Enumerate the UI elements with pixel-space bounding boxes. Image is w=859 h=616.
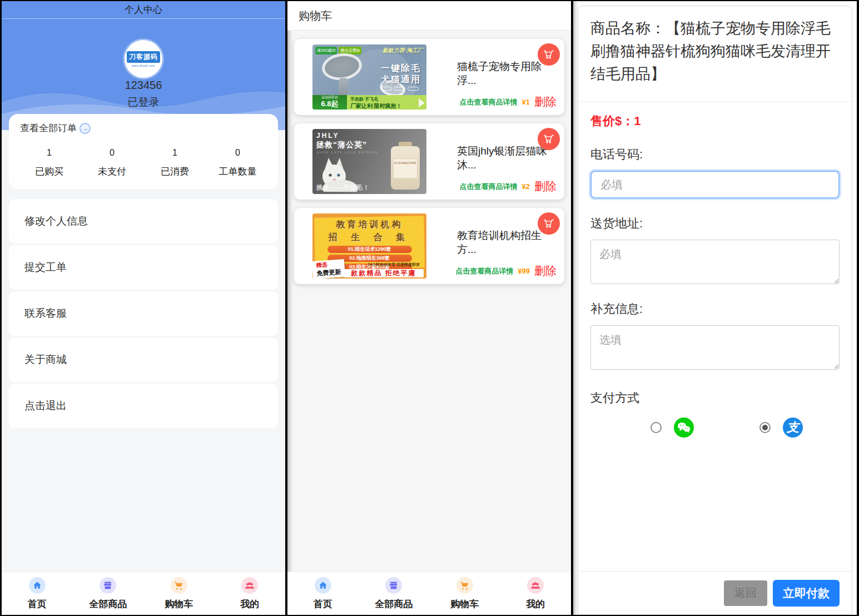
ad-tagline: MAKE CATS LOVE BATHING [317, 151, 379, 154]
address-textarea[interactable] [590, 240, 840, 284]
cart-item-title: 猫梳子宠物专用除浮... [457, 60, 552, 87]
profile-screen: 个人中心 刀客源码 www.dkewl.com 123456 已登录 查看全部订… [2, 1, 285, 615]
menu-item-edit-info[interactable]: 修改个人信息 [9, 199, 278, 244]
payment-method-label: 支付方式 [590, 390, 840, 406]
cart-item-price: ¥1 [522, 98, 530, 106]
cart-page-title: 购物车 [287, 1, 571, 31]
page-title: 个人中心 [2, 1, 285, 19]
alipay-icon[interactable]: 支 [783, 418, 803, 438]
avatar-logo-url: www.dkewl.com [132, 64, 155, 67]
extra-info-label: 补充信息: [590, 301, 840, 317]
arrow-decoration [419, 98, 425, 107]
ad-headline: 教育培训机构 [312, 219, 426, 231]
avatar-logo-text: 刀客源码 [127, 51, 160, 63]
cart-list: 满300减20 赠送运费险 新款力荐·淘工厂 一键除毛 犬猫通用 活动到手价 6… [287, 31, 571, 284]
menu-item-submit-ticket[interactable]: 提交工单 [9, 245, 278, 290]
wechat-pay-icon[interactable] [674, 418, 694, 438]
stat-tickets: 0 工单数量 [206, 148, 269, 178]
view-product-detail-link[interactable]: 点击查看商品详情 [460, 97, 518, 107]
delete-item-button[interactable]: 删除 [534, 95, 557, 110]
cart-screen: 购物车 满300减20 赠送运费险 新款力荐·淘工厂 一键除毛 犬猫通用 [287, 1, 571, 615]
promo-badge: 满300减20 [315, 47, 337, 54]
user-icon [241, 577, 258, 594]
ad-brand: JHLY [316, 132, 340, 140]
extra-info-textarea[interactable] [590, 325, 840, 370]
nav-item-all-products[interactable]: 全部商品 [73, 572, 144, 615]
cart-badge-icon [538, 43, 560, 66]
cart-item-title: 教育培训机构招生方... [457, 229, 552, 256]
avatar[interactable]: 刀客源码 www.dkewl.com [125, 40, 162, 78]
price-line: 售价$：1 [590, 113, 840, 130]
nav-item-cart[interactable]: 购物车 [143, 572, 215, 615]
view-product-detail-link[interactable]: 点击查看商品详情 [460, 182, 518, 192]
cart-item: JHLY 拯救“蒲公英” MAKE CATS LOVE BATHING [294, 123, 564, 200]
payment-option-wechat [651, 418, 694, 438]
menu-item-about-mall[interactable]: 关于商城 [9, 337, 278, 382]
view-all-orders-label: 查看全部订单 [20, 122, 77, 135]
nav-item-mine[interactable]: 我的 [215, 572, 286, 615]
checkout-screen: 商品名称：【猫梳子宠物专用除浮毛刷撸猫神器针梳狗狗猫咪毛发清理开结毛用品】 售价… [573, 1, 857, 615]
nav-item-all-products[interactable]: 全部商品 [359, 572, 430, 615]
nav-item-home[interactable]: 首页 [2, 572, 73, 615]
ad-headline: 一键除毛 [381, 63, 421, 74]
ad-ribbon: 精选 免费更新 [312, 259, 345, 279]
view-product-detail-link[interactable]: 点击查看商品详情 [455, 266, 513, 276]
cart-icon [456, 577, 473, 594]
cart-badge-icon [538, 212, 560, 235]
phone-label: 电话号码: [590, 146, 840, 163]
bottle-label: CLEAN&CARE [393, 158, 418, 178]
ad-slogan: 挑战——不掉毛！ [316, 183, 370, 192]
shop-icon [100, 577, 116, 594]
cart-badge-icon [538, 128, 560, 150]
pay-now-button[interactable]: 立即付款 [773, 580, 840, 607]
delete-item-button[interactable]: 删除 [534, 264, 557, 279]
product-image-edu[interactable]: 教育培训机构 招 生 合 集 01.招生话术1290套 02.地推招生368套 … [312, 213, 426, 279]
address-label: 送货地址: [590, 215, 840, 232]
checkout-card: 商品名称：【猫梳子宠物专用除浮毛刷撸猫神器针梳狗狗猫咪毛发清理开结毛用品】 售价… [578, 6, 852, 615]
menu-item-contact-support[interactable]: 联系客服 [9, 291, 278, 336]
cart-item-title: 英国jhly银渐层猫咪沐... [457, 145, 552, 172]
ad-store-tag: 新款力荐·淘工厂 [383, 47, 423, 54]
phone-input[interactable] [590, 171, 840, 198]
wechat-radio[interactable] [651, 422, 662, 433]
cart-item-price: ¥2 [522, 182, 530, 191]
ad-slogan: 厂家让利 限时疯抢！ [350, 102, 423, 110]
bottom-nav: 首页 全部商品 购物车 我的 [2, 572, 285, 615]
username: 123456 [2, 79, 285, 92]
ad-headline: 招 生 合 集 [312, 232, 426, 244]
back-button[interactable]: 返回 [724, 580, 767, 606]
ad-slogan: 款款精品 拒绝平庸 [344, 269, 424, 277]
user-icon [527, 577, 544, 594]
alipay-radio[interactable] [759, 422, 771, 433]
profile-hero: 个人中心 刀客源码 www.dkewl.com 123456 已登录 [2, 1, 285, 130]
login-status: 已登录 [2, 95, 285, 110]
nav-item-cart[interactable]: 购物车 [429, 572, 500, 615]
nav-item-home[interactable]: 首页 [287, 572, 359, 615]
stat-unpaid: 0 未支付 [81, 148, 143, 178]
ad-headline: 拯救“蒲公英” [316, 140, 367, 150]
orders-summary-card: 查看全部订单 → 1 已购买 0 未支付 1 已消费 0 工单数量 [9, 114, 278, 189]
stats-row: 1 已购买 0 未支付 1 已消费 0 工单数量 [18, 148, 269, 178]
nav-item-mine[interactable]: 我的 [500, 572, 572, 615]
profile-menu: 修改个人信息 提交工单 联系客服 关于商城 点击退出 [9, 199, 278, 428]
cart-item: 教育培训机构 招 生 合 集 01.招生话术1290套 02.地推招生368套 … [294, 208, 564, 284]
product-name: 商品名称：【猫梳子宠物专用除浮毛刷撸猫神器针梳狗狗猫咪毛发清理开结毛用品】 [578, 6, 852, 102]
ad-list-item: 01.招生话术1290套 [327, 246, 412, 253]
home-icon [315, 577, 331, 594]
delete-item-button[interactable]: 删除 [534, 179, 557, 194]
ad-headline: 犬猫通用 [381, 74, 421, 86]
menu-item-logout[interactable]: 点击退出 [9, 384, 278, 428]
shop-icon [385, 577, 402, 594]
product-image-cat-shampoo[interactable]: JHLY 拯救“蒲公英” MAKE CATS LOVE BATHING [312, 129, 426, 194]
stat-consumed: 1 已消费 [143, 148, 206, 178]
payment-options: 支 [578, 418, 852, 438]
ad-slogan: 不伤肤 不飞毛 [350, 96, 423, 102]
product-image-brush[interactable]: 满300减20 赠送运费险 新款力荐·淘工厂 一键除毛 犬猫通用 活动到手价 6… [312, 44, 426, 110]
product-name-label: 商品名称： [590, 20, 666, 37]
arrow-right-icon: → [80, 123, 91, 134]
cart-item: 满300减20 赠送运费险 新款力荐·淘工厂 一键除毛 犬猫通用 活动到手价 6… [294, 39, 564, 115]
cart-icon [171, 577, 187, 594]
view-all-orders-link[interactable]: 查看全部订单 → [18, 122, 269, 135]
payment-option-alipay: 支 [759, 418, 803, 438]
stat-purchased: 1 已购买 [18, 148, 81, 178]
